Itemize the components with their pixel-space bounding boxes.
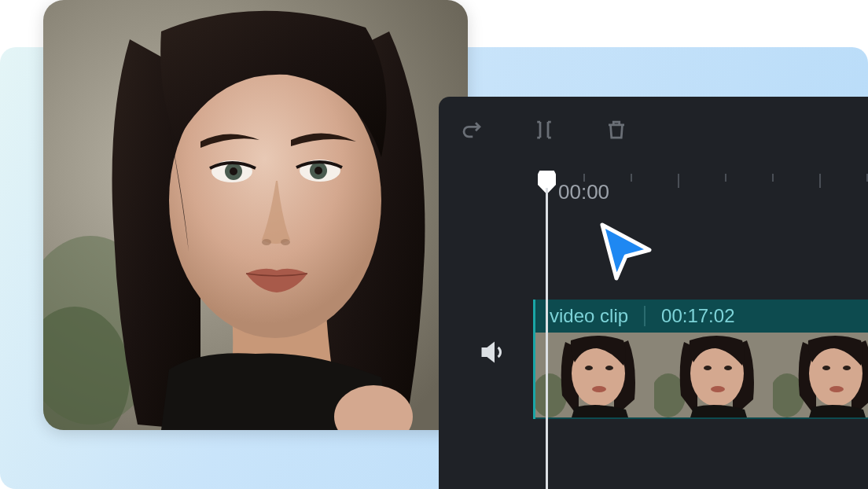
- clip-thumbnail: [654, 333, 773, 417]
- playhead-line: [546, 188, 548, 489]
- svg-point-6: [230, 167, 237, 175]
- editor-toolbar: [458, 116, 631, 144]
- split-button[interactable]: [530, 116, 558, 144]
- svg-point-17: [605, 366, 613, 370]
- cursor-icon: [594, 219, 657, 283]
- clip-thumbnail: [535, 333, 654, 417]
- svg-point-18: [592, 386, 606, 392]
- redo-button[interactable]: [458, 116, 486, 144]
- timeline-editor-panel: 00:00 video clip 00:17:02: [439, 97, 868, 489]
- svg-point-23: [724, 366, 732, 370]
- clip-thumbnails: [535, 333, 868, 417]
- clip-header: video clip 00:17:02: [535, 300, 868, 333]
- playhead[interactable]: [538, 171, 539, 489]
- svg-point-11: [281, 239, 290, 245]
- svg-point-24: [711, 386, 725, 392]
- svg-point-22: [704, 366, 712, 370]
- playhead-time-label: 00:00: [558, 180, 609, 204]
- clip-header-divider: [644, 306, 645, 326]
- svg-point-30: [829, 386, 844, 392]
- svg-point-10: [262, 239, 271, 245]
- clip-label: video clip: [550, 305, 628, 327]
- audio-track-button[interactable]: [478, 338, 506, 366]
- clip-duration: 00:17:02: [661, 305, 734, 327]
- svg-point-28: [822, 366, 830, 370]
- video-preview: [43, 0, 468, 430]
- clip-thumbnail: [773, 333, 868, 417]
- delete-button[interactable]: [602, 116, 631, 144]
- svg-point-29: [843, 366, 851, 370]
- svg-point-16: [585, 366, 593, 370]
- video-clip-track[interactable]: video clip 00:17:02: [533, 300, 868, 419]
- svg-point-9: [314, 167, 322, 175]
